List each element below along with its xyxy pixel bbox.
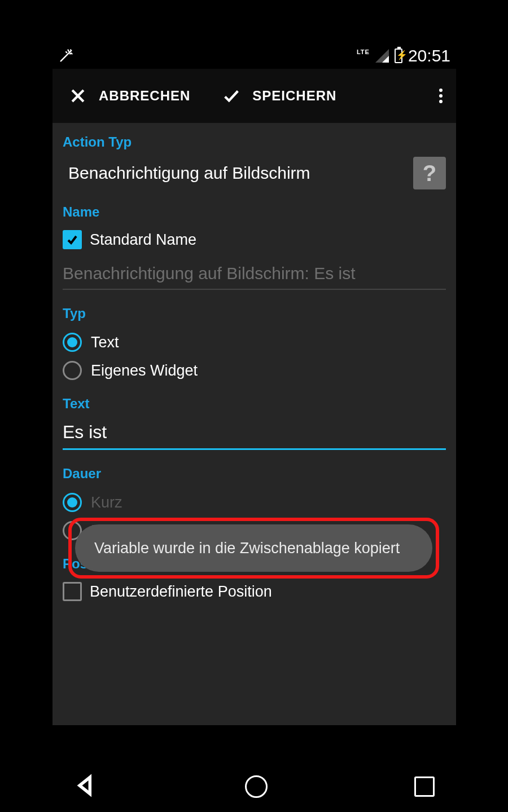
cancel-button[interactable]: ABBRECHEN <box>52 69 206 123</box>
radio-selected-icon <box>63 333 82 352</box>
check-icon <box>222 86 241 105</box>
annotation-highlight: Variable wurde in die Zwischenablage kop… <box>68 518 439 579</box>
content-area: Action Typ Benachrichtigung auf Bildschi… <box>52 123 456 725</box>
typ-option-text[interactable]: Text <box>63 328 446 356</box>
custom-position-label: Benutzerdefinierte Position <box>90 583 272 601</box>
name-input[interactable]: Benachrichtigung auf Bildschirm: Es ist <box>63 259 446 290</box>
dauer-kurz-label: Kurz <box>91 494 122 511</box>
device-frame: LTE ⚡ 20:51 ABBRECHEN SPEICHERN <box>52 43 456 725</box>
save-button[interactable]: SPEICHERN <box>206 69 352 123</box>
navigation-bar <box>0 761 508 812</box>
standard-name-checkbox-row[interactable]: Standard Name <box>63 227 446 259</box>
toast-message: Variable wurde in die Zwischenablage kop… <box>75 524 432 572</box>
recent-icon <box>414 776 435 797</box>
text-input[interactable]: Es ist <box>63 418 446 450</box>
action-bar: ABBRECHEN SPEICHERN <box>52 69 456 123</box>
radio-unselected-icon <box>63 361 82 380</box>
text-section-label: Text <box>63 396 446 412</box>
clock-label: 20:51 <box>408 46 450 65</box>
nav-back-button[interactable] <box>73 773 98 800</box>
radio-selected-icon <box>63 493 82 512</box>
status-bar: LTE ⚡ 20:51 <box>52 43 456 69</box>
cancel-label: ABBRECHEN <box>99 88 190 104</box>
standard-name-label: Standard Name <box>90 231 196 249</box>
more-vert-icon <box>439 86 443 105</box>
custom-position-checkbox-row[interactable]: Benutzerdefinierte Position <box>63 579 446 611</box>
custom-position-checkbox[interactable] <box>63 582 82 601</box>
save-label: SPEICHERN <box>252 88 336 104</box>
dauer-section-label: Dauer <box>63 466 446 482</box>
app-indicator-icon <box>58 48 74 64</box>
question-icon: ? <box>423 161 436 186</box>
dauer-option-kurz[interactable]: Kurz <box>63 488 446 517</box>
signal-icon <box>375 49 389 63</box>
svg-point-1 <box>71 53 72 54</box>
overflow-menu-button[interactable] <box>426 69 456 123</box>
action-type-value[interactable]: Benachrichtigung auf Bildschirm <box>63 164 404 183</box>
help-button[interactable]: ? <box>413 157 446 189</box>
close-icon <box>68 86 87 105</box>
svg-point-0 <box>70 49 71 50</box>
typ-section-label: Typ <box>63 306 446 321</box>
action-type-section-label: Action Typ <box>63 134 446 150</box>
nav-home-button[interactable] <box>245 775 268 798</box>
back-icon <box>73 773 98 798</box>
nav-recent-button[interactable] <box>414 776 435 797</box>
typ-radio-group: Text Eigenes Widget <box>63 328 446 396</box>
typ-text-label: Text <box>91 334 119 351</box>
typ-widget-label: Eigenes Widget <box>91 362 198 379</box>
standard-name-checkbox[interactable] <box>63 230 82 249</box>
network-type-label: LTE <box>357 48 370 55</box>
typ-option-widget[interactable]: Eigenes Widget <box>63 356 446 385</box>
name-section-label: Name <box>63 204 446 220</box>
home-icon <box>245 775 268 798</box>
battery-charging-icon: ⚡ <box>395 48 402 63</box>
